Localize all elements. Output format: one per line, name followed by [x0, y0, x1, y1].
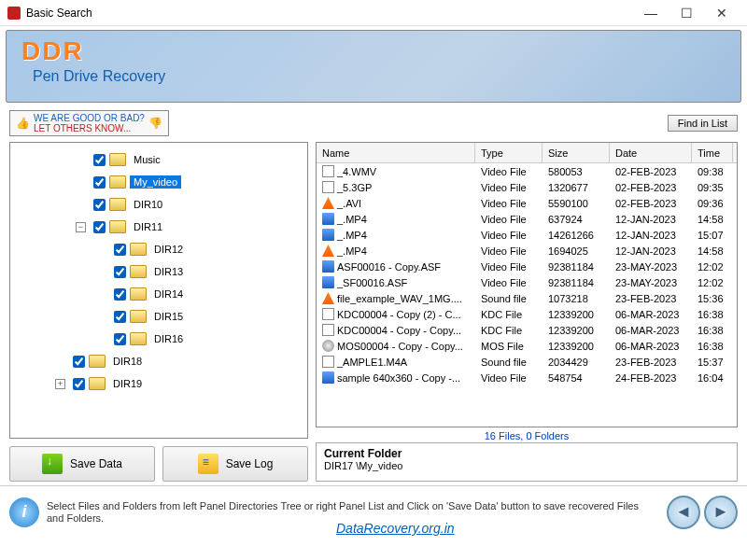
file-name: sample 640x360 - Copy -...	[337, 372, 460, 384]
tree-item[interactable]: DIR14	[10, 283, 307, 305]
col-time[interactable]: Time	[692, 143, 733, 162]
file-type: Video File	[475, 277, 543, 288]
tree-checkbox[interactable]	[114, 288, 126, 301]
tree-spacer	[96, 289, 106, 300]
footer: i Select Files and Folders from left Pan…	[0, 485, 747, 538]
tree-item[interactable]: +DIR19	[10, 372, 307, 395]
tree-checkbox[interactable]	[114, 311, 126, 323]
log-icon	[198, 454, 218, 474]
col-type[interactable]: Type	[475, 143, 543, 162]
tree-item[interactable]: DIR16	[10, 328, 307, 350]
file-date: 23-FEB-2023	[610, 357, 692, 368]
save-log-button[interactable]: Save Log	[162, 446, 308, 482]
file-row[interactable]: _SF00016.ASFVideo File9238118423-MAY-202…	[317, 274, 737, 290]
tree-checkbox[interactable]	[73, 356, 85, 368]
folder-icon	[130, 265, 147, 278]
file-row[interactable]: _5.3GPVideo File132067702-FEB-202309:35	[317, 179, 737, 195]
file-row[interactable]: _.AVIVideo File559010002-FEB-202309:36	[317, 195, 737, 211]
tree-item[interactable]: DIR15	[10, 305, 307, 328]
tree-checkbox[interactable]	[114, 266, 126, 278]
file-list[interactable]: Name Type Size Date Time _4.WMVVideo Fil…	[316, 142, 738, 427]
col-size[interactable]: Size	[543, 143, 610, 162]
back-button[interactable]: ◄	[667, 496, 700, 529]
file-time: 16:04	[692, 372, 733, 384]
file-size: 1073218	[543, 293, 610, 304]
file-row[interactable]: ASF00016 - Copy.ASFVideo File9238118423-…	[317, 259, 737, 274]
file-row[interactable]: sample 640x360 - Copy -...Video File5487…	[317, 370, 737, 385]
file-row[interactable]: file_example_WAV_1MG....Sound file107321…	[317, 290, 737, 306]
file-row[interactable]: _.MP4Video File63792412-JAN-202314:58	[317, 211, 737, 227]
file-row[interactable]: _4.WMVVideo File58005302-FEB-202309:38	[317, 163, 737, 179]
tree-item[interactable]: My_video	[10, 171, 307, 193]
directory-tree[interactable]: MusicMy_videoDIR10−DIR11DIR12DIR13DIR14D…	[9, 142, 308, 439]
file-type: Video File	[475, 261, 543, 273]
folder-icon	[130, 287, 147, 301]
tree-label: DIR18	[109, 355, 146, 368]
folder-icon	[89, 355, 106, 368]
tree-checkbox[interactable]	[114, 244, 126, 256]
close-button[interactable]: ✕	[704, 0, 740, 26]
save-data-button[interactable]: Save Data	[9, 446, 155, 482]
tree-label: DIR15	[150, 310, 187, 323]
tree-checkbox[interactable]	[73, 378, 85, 390]
file-row[interactable]: _.MP4Video File169402512-JAN-202314:58	[317, 243, 737, 259]
doc-file-icon	[322, 165, 334, 177]
tree-checkbox[interactable]	[93, 176, 106, 189]
file-date: 12-JAN-2023	[610, 245, 692, 257]
tree-spacer	[96, 267, 106, 277]
tree-spacer	[96, 245, 106, 255]
file-row[interactable]: _.MP4Video File1426126612-JAN-202315:07	[317, 227, 737, 243]
file-size: 12339200	[543, 341, 610, 352]
app-header: DDR Pen Drive Recovery	[6, 30, 741, 103]
file-row[interactable]: _AMPLE1.M4ASound file203442923-FEB-20231…	[317, 354, 737, 370]
collapse-icon[interactable]: −	[76, 222, 86, 232]
file-time: 15:36	[692, 293, 733, 304]
col-date[interactable]: Date	[610, 143, 692, 162]
tree-checkbox[interactable]	[93, 199, 106, 211]
file-time: 15:37	[692, 357, 733, 368]
tree-item[interactable]: Music	[10, 148, 307, 171]
tree-checkbox[interactable]	[93, 221, 106, 233]
file-name: file_example_WAV_1MG....	[337, 293, 462, 304]
save-log-label: Save Log	[226, 457, 274, 470]
tree-item[interactable]: −DIR11	[10, 216, 307, 238]
file-size: 1694025	[543, 245, 610, 257]
file-name: MOS00004 - Copy - Copy...	[337, 341, 463, 352]
current-folder-title: Current Folder	[324, 447, 729, 460]
file-time: 16:38	[692, 341, 733, 352]
file-time: 14:58	[692, 214, 733, 225]
folder-icon	[109, 198, 126, 211]
minimize-button[interactable]: —	[633, 0, 669, 26]
file-size: 14261266	[543, 230, 610, 241]
tree-checkbox[interactable]	[93, 154, 106, 166]
file-row[interactable]: MOS00004 - Copy - Copy...MOS File1233920…	[317, 338, 737, 354]
brand-logo: DDR	[21, 36, 726, 66]
tree-checkbox[interactable]	[114, 333, 126, 345]
tree-item[interactable]: DIR12	[10, 238, 307, 260]
file-type: Sound file	[475, 293, 543, 304]
tree-item[interactable]: DIR18	[10, 350, 307, 372]
file-row[interactable]: KDC00004 - Copy - Copy...KDC File1233920…	[317, 322, 737, 338]
file-date: 12-JAN-2023	[610, 230, 692, 241]
tree-item[interactable]: DIR13	[10, 260, 307, 283]
file-date: 23-FEB-2023	[610, 293, 692, 304]
file-row[interactable]: KDC00004 - Copy (2) - C...KDC File123392…	[317, 306, 737, 322]
file-date: 12-JAN-2023	[610, 214, 692, 225]
expand-icon[interactable]: +	[55, 379, 65, 389]
site-link[interactable]: DataRecovery.org.in	[336, 521, 455, 536]
file-type: MOS File	[475, 341, 543, 352]
feedback-badge[interactable]: 👍 WE ARE GOOD OR BAD? LET OTHERS KNOW...…	[9, 110, 169, 136]
col-name[interactable]: Name	[317, 143, 475, 162]
blue-file-icon	[322, 229, 334, 241]
maximize-button[interactable]: ☐	[669, 0, 704, 26]
tree-label: My_video	[130, 175, 181, 189]
file-time: 15:07	[692, 230, 733, 241]
file-time: 09:36	[692, 198, 733, 209]
forward-button[interactable]: ►	[704, 496, 738, 529]
file-name: ASF00016 - Copy.ASF	[337, 261, 441, 273]
find-in-list-button[interactable]: Find in List	[668, 115, 738, 132]
file-time: 09:35	[692, 182, 733, 193]
blue-file-icon	[322, 260, 334, 273]
tree-item[interactable]: DIR10	[10, 193, 307, 216]
vlc-file-icon	[322, 245, 334, 257]
